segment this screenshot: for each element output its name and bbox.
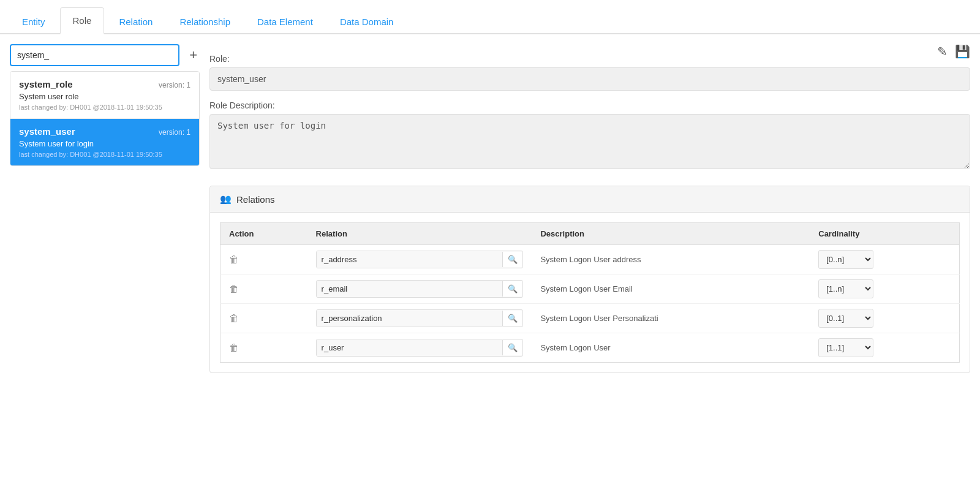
- role-value: system_user: [209, 67, 970, 91]
- item-meta: last changed by: DH001 @2018-11-01 19:50…: [19, 151, 190, 158]
- tab-relationship[interactable]: Relationship: [167, 9, 243, 34]
- cardinality-cell-1: [0..n][1..n][0..1][1..1]: [810, 274, 959, 304]
- search-input[interactable]: [10, 44, 179, 66]
- col-cardinality: Cardinality: [810, 223, 959, 245]
- tab-role[interactable]: Role: [60, 7, 105, 34]
- relations-title: Relations: [236, 194, 275, 205]
- action-cell: 🗑: [221, 245, 307, 274]
- item-list: system_role version: 1 System user role …: [10, 71, 200, 166]
- relation-cell: r_personalization 🔍: [307, 304, 532, 333]
- action-cell: 🗑: [221, 333, 307, 363]
- action-cell: 🗑: [221, 304, 307, 333]
- delete-icon-2[interactable]: 🗑: [229, 313, 239, 323]
- cardinality-select-3[interactable]: [0..n][1..n][0..1][1..1]: [818, 338, 873, 357]
- top-actions: ✎ 💾: [937, 44, 970, 59]
- relations-body: 🗑 r_address 🔍 System Logon User address …: [221, 245, 960, 363]
- delete-icon-1[interactable]: 🗑: [229, 284, 239, 294]
- table-row: 🗑 r_personalization 🔍 System Logon User …: [221, 304, 960, 333]
- relation-search-btn-0[interactable]: 🔍: [502, 252, 522, 267]
- col-description: Description: [532, 223, 810, 245]
- item-version: version: 1: [159, 128, 190, 137]
- relation-input-2: r_personalization: [317, 310, 503, 327]
- description-cell-0: System Logon User address: [532, 245, 810, 274]
- left-panel: + system_role version: 1 System user rol…: [10, 44, 200, 166]
- description-field[interactable]: [209, 114, 970, 169]
- relation-cell: r_user 🔍: [307, 333, 532, 363]
- item-name: system_user: [19, 126, 75, 137]
- action-cell: 🗑: [221, 274, 307, 304]
- description-label: Role Description:: [209, 100, 970, 110]
- right-panel: ✎ 💾 Role: system_user Role Description: …: [209, 44, 970, 373]
- col-action: Action: [221, 223, 307, 245]
- table-row: 🗑 r_user 🔍 System Logon User [0..n][1..n…: [221, 333, 960, 363]
- tab-data-element[interactable]: Data Element: [245, 9, 325, 34]
- table-row: 🗑 r_address 🔍 System Logon User address …: [221, 245, 960, 274]
- delete-icon-0[interactable]: 🗑: [229, 254, 239, 265]
- tab-data-domain[interactable]: Data Domain: [328, 9, 406, 34]
- description-cell-3: System Logon User: [532, 333, 810, 363]
- relation-cell: r_email 🔍: [307, 274, 532, 304]
- list-item-system_role[interactable]: system_role version: 1 System user role …: [10, 72, 199, 119]
- description-cell-1: System Logon User Email: [532, 274, 810, 304]
- item-meta: last changed by: DH001 @2018-11-01 19:50…: [19, 104, 190, 111]
- main-content: + system_role version: 1 System user rol…: [0, 34, 980, 383]
- cardinality-cell-3: [0..n][1..n][0..1][1..1]: [810, 333, 959, 363]
- tab-relation[interactable]: Relation: [107, 9, 165, 34]
- relation-cell: r_address 🔍: [307, 245, 532, 274]
- save-icon[interactable]: 💾: [955, 44, 970, 59]
- relations-table: Action Relation Description Cardinality …: [220, 222, 960, 363]
- cardinality-select-0[interactable]: [0..n][1..n][0..1][1..1]: [818, 250, 873, 269]
- item-desc: System user role: [19, 92, 190, 101]
- cardinality-cell-2: [0..n][1..n][0..1][1..1]: [810, 304, 959, 333]
- delete-icon-3[interactable]: 🗑: [229, 342, 239, 353]
- list-item-system_user[interactable]: system_user version: 1 System user for l…: [10, 119, 199, 165]
- relation-search-btn-1[interactable]: 🔍: [502, 281, 522, 297]
- cardinality-cell-0: [0..n][1..n][0..1][1..1]: [810, 245, 959, 274]
- add-button[interactable]: +: [187, 46, 200, 64]
- table-row: 🗑 r_email 🔍 System Logon User Email [0..…: [221, 274, 960, 304]
- col-relation: Relation: [307, 223, 532, 245]
- relation-search-btn-2[interactable]: 🔍: [502, 311, 522, 326]
- cardinality-select-2[interactable]: [0..n][1..n][0..1][1..1]: [818, 309, 873, 328]
- item-version: version: 1: [159, 81, 190, 89]
- relations-header: 👥 Relations: [210, 186, 970, 213]
- tab-bar: EntityRoleRelationRelationshipData Eleme…: [0, 0, 980, 34]
- table-header: Action Relation Description Cardinality: [221, 223, 960, 245]
- relations-section: 👥 Relations Action Relation Description …: [209, 186, 970, 373]
- item-name: system_role: [19, 79, 73, 89]
- role-label: Role:: [209, 54, 970, 64]
- tab-entity[interactable]: Entity: [10, 9, 58, 34]
- relation-search-btn-3[interactable]: 🔍: [502, 340, 522, 355]
- relation-input-3: r_user: [317, 339, 503, 356]
- relation-input-1: r_email: [317, 281, 503, 297]
- search-row: +: [10, 44, 200, 66]
- relation-input-0: r_address: [317, 251, 503, 268]
- edit-icon[interactable]: ✎: [937, 44, 948, 59]
- relations-icon: 👥: [220, 194, 232, 205]
- relations-table-wrapper: Action Relation Description Cardinality …: [210, 213, 970, 373]
- cardinality-select-1[interactable]: [0..n][1..n][0..1][1..1]: [818, 279, 873, 298]
- item-desc: System user for login: [19, 139, 190, 148]
- description-cell-2: System Logon User Personalizati: [532, 304, 810, 333]
